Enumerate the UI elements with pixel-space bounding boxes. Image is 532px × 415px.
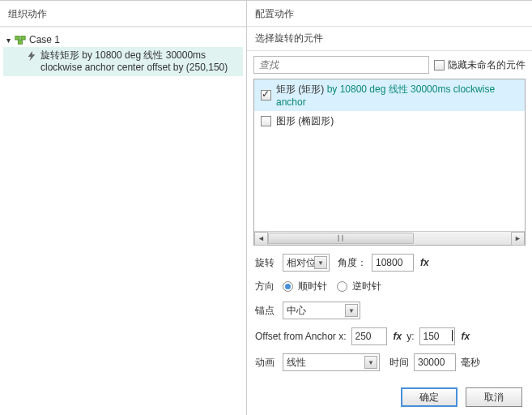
checkbox-icon[interactable] <box>261 90 271 101</box>
angle-label: 角度： <box>338 256 367 270</box>
right-panel-title: 配置动作 <box>247 0 532 27</box>
time-label: 时间 <box>389 356 409 370</box>
fx-button[interactable]: fx <box>420 257 429 268</box>
time-input[interactable] <box>414 353 456 371</box>
svg-marker-3 <box>28 51 36 61</box>
ok-button[interactable]: 确定 <box>401 387 458 407</box>
offset-y-input[interactable] <box>419 327 455 345</box>
cw-label: 顺时针 <box>298 280 327 293</box>
ms-label: 毫秒 <box>461 356 480 370</box>
anchor-label: 锚点 <box>255 304 278 318</box>
case-row[interactable]: ▾ Case 1 <box>3 32 243 47</box>
case-label: Case 1 <box>29 34 60 45</box>
case-icon <box>15 34 26 45</box>
chevron-down-icon: ▼ <box>314 256 327 269</box>
ccw-radio[interactable] <box>337 281 347 292</box>
svg-rect-2 <box>18 41 22 44</box>
anim-select[interactable]: 线性 ▼ <box>283 353 380 371</box>
scroll-track[interactable]: ∥∥ <box>268 232 511 246</box>
scroll-thumb[interactable]: ∥∥ <box>268 233 414 244</box>
list-item-label: 图形 (椭圆形) <box>276 114 334 128</box>
offset-label: Offset from Anchor x: <box>255 331 347 342</box>
anchor-select[interactable]: 中心 ▼ <box>283 302 360 319</box>
list-item[interactable]: 图形 (椭圆形) <box>254 111 525 131</box>
scroll-grip-icon: ∥∥ <box>337 234 345 242</box>
svg-rect-0 <box>15 36 19 40</box>
hide-unnamed-label: 隐藏未命名的元件 <box>448 58 526 72</box>
rotate-mode-select[interactable]: 相对位 ▼ <box>283 254 330 272</box>
fx-button[interactable]: fx <box>394 331 402 342</box>
checkbox-icon <box>434 60 445 71</box>
list-item[interactable]: 矩形 (矩形) by 10800 deg 线性 30000ms clockwis… <box>254 79 525 111</box>
right-panel: 配置动作 选择旋转的元件 隐藏未命名的元件 矩形 (矩形) by 10800 d… <box>247 0 532 415</box>
svg-rect-1 <box>21 36 25 40</box>
search-input[interactable] <box>253 56 429 74</box>
list-item-label: 矩形 (矩形) by 10800 deg 线性 30000ms clockwis… <box>276 83 518 108</box>
collapse-icon[interactable]: ▾ <box>3 36 13 45</box>
offset-x-input[interactable] <box>351 327 387 345</box>
checkbox-icon[interactable] <box>261 116 271 126</box>
angle-input[interactable] <box>372 254 414 272</box>
chevron-down-icon: ▼ <box>364 356 377 369</box>
chevron-down-icon: ▼ <box>345 304 358 317</box>
cw-radio[interactable] <box>283 281 293 292</box>
horizontal-scrollbar[interactable]: ◄ ∥∥ ► <box>254 231 525 245</box>
fx-button[interactable]: fx <box>462 331 470 342</box>
cancel-button[interactable]: 取消 <box>466 387 522 407</box>
direction-label: 方向 <box>255 280 278 293</box>
widget-list: 矩形 (矩形) by 10800 deg 线性 30000ms clockwis… <box>253 79 526 246</box>
action-row[interactable]: 旋转矩形 by 10800 deg 线性 30000ms clockwise a… <box>3 47 243 76</box>
ccw-label: 逆时针 <box>352 280 381 293</box>
scroll-left-icon[interactable]: ◄ <box>254 232 268 246</box>
anim-label: 动画 <box>255 356 278 370</box>
scroll-right-icon[interactable]: ► <box>511 232 525 246</box>
text-caret <box>452 330 453 341</box>
left-panel-title: 组织动作 <box>0 0 246 27</box>
action-tree: ▾ Case 1 旋转矩形 by 10800 deg 线性 30000ms cl… <box>0 27 246 415</box>
hide-unnamed-checkbox[interactable]: 隐藏未命名的元件 <box>434 58 526 72</box>
rotate-label: 旋转 <box>255 256 278 270</box>
bolt-icon <box>26 50 37 62</box>
select-widget-label: 选择旋转的元件 <box>247 27 532 51</box>
left-panel: 组织动作 ▾ Case 1 旋转矩形 by 10800 deg 线性 30000… <box>0 0 247 415</box>
action-text: 旋转矩形 by 10800 deg 线性 30000ms clockwise a… <box>40 49 240 74</box>
config-form: 旋转 相对位 ▼ 角度： fx 方向 顺时针 逆时针 锚点 中心 <box>247 246 532 383</box>
y-label: y: <box>406 331 414 342</box>
